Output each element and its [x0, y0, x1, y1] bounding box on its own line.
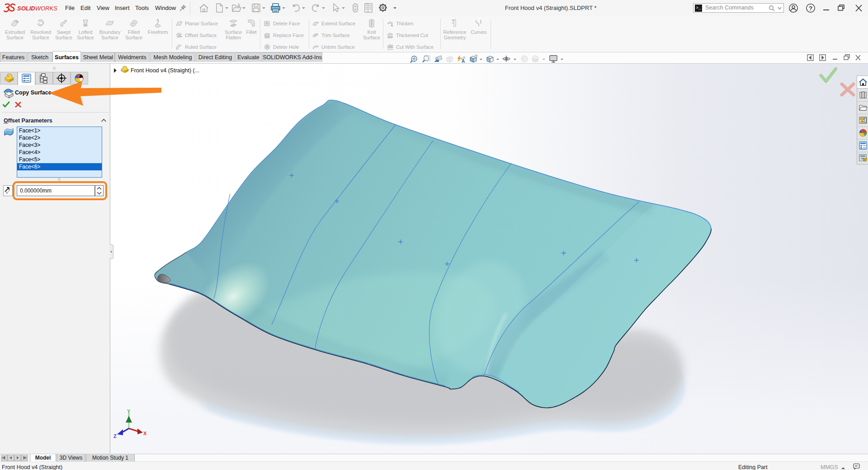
svg-text:X: X — [143, 431, 147, 436]
svg-text:?: ? — [809, 5, 812, 12]
svg-text:Y: Y — [127, 409, 131, 414]
svg-text:SOLIDWORKS: SOLIDWORKS — [17, 5, 57, 12]
svg-text:Z: Z — [113, 433, 117, 439]
